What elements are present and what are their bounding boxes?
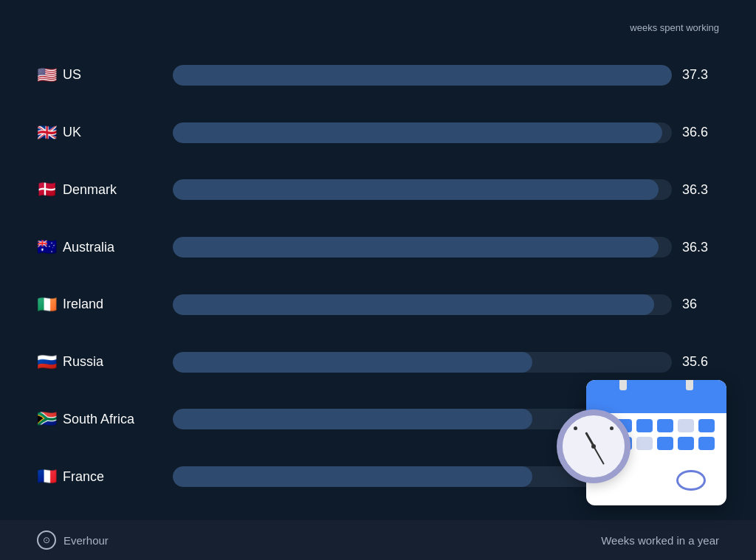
country-label: 🇫🇷 France <box>37 469 162 485</box>
flag-icon: 🇷🇺 <box>37 354 57 370</box>
bar-track <box>173 179 672 200</box>
country-label: 🇺🇸 US <box>37 67 162 83</box>
country-label: 🇮🇪 Ireland <box>37 297 162 313</box>
bar-fill <box>173 466 532 487</box>
flag-icon: 🇮🇪 <box>37 297 57 313</box>
bar-row: 🇬🇧 UK 36.6 <box>37 122 719 143</box>
clock-icon <box>557 409 630 483</box>
country-label: 🇿🇦 South Africa <box>37 411 162 427</box>
main-content: weeks spent working 🇺🇸 US 37.3 🇬🇧 UK 36.… <box>0 0 756 520</box>
bar-fill <box>173 122 662 143</box>
country-label: 🇦🇺 Australia <box>37 239 162 255</box>
country-name: France <box>63 469 104 485</box>
bar-track <box>173 237 672 257</box>
country-name: UK <box>63 125 81 140</box>
bar-value: 37.3 <box>682 67 719 83</box>
country-name: South Africa <box>63 412 134 427</box>
bar-value: 36 <box>682 297 719 312</box>
flag-icon: 🇦🇺 <box>37 239 57 255</box>
country-name: Australia <box>63 240 114 255</box>
bar-fill <box>173 294 654 315</box>
bar-fill <box>173 179 659 200</box>
country-name: Russia <box>63 354 103 370</box>
flag-icon: 🇿🇦 <box>37 411 57 427</box>
country-name: US <box>63 67 81 83</box>
bar-fill <box>173 409 532 429</box>
bar-fill <box>173 352 532 373</box>
bar-fill <box>173 237 659 257</box>
bar-row: 🇦🇺 Australia 36.3 <box>37 237 719 257</box>
country-name: Ireland <box>63 297 103 312</box>
bar-row: 🇺🇸 US 37.3 <box>37 65 719 86</box>
bar-track <box>173 294 672 315</box>
country-label: 🇷🇺 Russia <box>37 354 162 370</box>
illustration <box>557 358 726 505</box>
bar-fill <box>173 65 672 86</box>
brand: ⊙ Everhour <box>37 530 109 550</box>
country-label: 🇬🇧 UK <box>37 125 162 141</box>
flag-icon: 🇺🇸 <box>37 67 57 83</box>
footer-title: Weeks worked in a year <box>601 534 719 547</box>
country-name: Denmark <box>63 182 117 198</box>
flag-icon: 🇩🇰 <box>37 182 57 198</box>
bar-value: 36.6 <box>682 125 719 140</box>
bar-track <box>173 122 672 143</box>
bar-track <box>173 65 672 86</box>
brand-icon: ⊙ <box>37 530 56 550</box>
bar-value: 36.3 <box>682 182 719 198</box>
brand-name: Everhour <box>63 534 109 547</box>
bar-row: 🇩🇰 Denmark 36.3 <box>37 179 719 200</box>
bar-row: 🇮🇪 Ireland 36 <box>37 294 719 315</box>
chart-subtitle: weeks spent working <box>37 22 719 33</box>
bar-value: 36.3 <box>682 240 719 255</box>
flag-icon: 🇬🇧 <box>37 125 57 141</box>
country-label: 🇩🇰 Denmark <box>37 182 162 198</box>
footer: ⊙ Everhour Weeks worked in a year <box>0 520 756 560</box>
flag-icon: 🇫🇷 <box>37 469 57 485</box>
